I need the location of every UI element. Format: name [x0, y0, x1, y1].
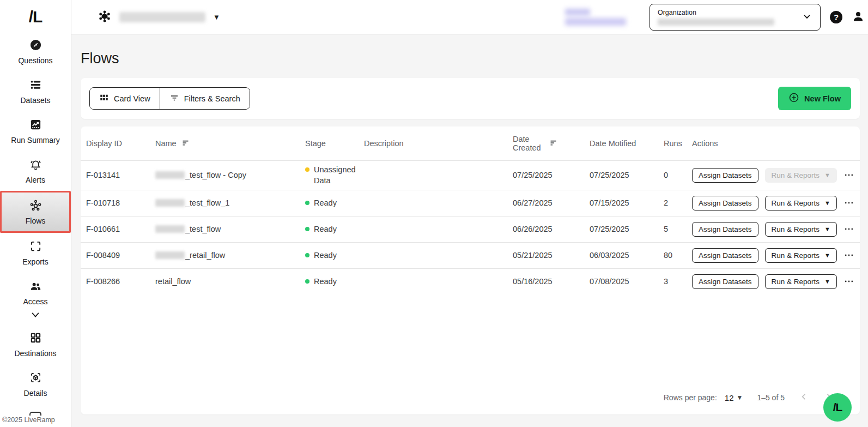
sidebar-item-datasets[interactable]: Datasets — [0, 71, 71, 111]
new-flow-label: New Flow — [804, 94, 841, 103]
blurred-link[interactable] — [565, 9, 626, 26]
blurred-flow-name — [119, 12, 205, 22]
more-actions-icon[interactable] — [843, 224, 854, 234]
sidebar-item-access[interactable]: Access — [0, 273, 71, 312]
col-header-name: Name — [155, 138, 305, 149]
sidebar-item-label: Destinations — [14, 349, 56, 358]
plus-circle-icon — [788, 92, 799, 105]
previous-page-icon[interactable] — [799, 392, 809, 404]
sidebar-item-flows[interactable]: Flows — [0, 191, 71, 233]
col-header-stage: Stage — [305, 139, 364, 148]
card-view-button[interactable]: Card View — [90, 88, 160, 109]
organization-select[interactable]: Organization — [650, 4, 821, 31]
pagination-range: 1–5 of 5 — [757, 393, 785, 402]
more-actions-icon[interactable] — [843, 170, 854, 181]
run-reports-button[interactable]: Run & Reports▼ — [765, 222, 837, 237]
cell-name: retail_flow — [155, 274, 305, 289]
cell-runs: 2 — [664, 195, 692, 211]
access-expand-chevron-icon[interactable] — [30, 310, 41, 324]
user-account-icon[interactable] — [852, 10, 865, 25]
assign-datasets-button[interactable]: Assign Datasets — [692, 222, 758, 237]
cell-stage: Ready — [305, 194, 364, 212]
new-flow-button[interactable]: New Flow — [778, 87, 851, 110]
hub-icon — [29, 199, 42, 214]
run-reports-button[interactable]: Run & Reports▼ — [765, 248, 837, 263]
cell-date-modified: 06/03/2025 — [590, 248, 664, 263]
liveramp-logo: /L — [29, 0, 43, 32]
run-reports-button[interactable]: Run & Reports▼ — [765, 274, 837, 289]
assign-datasets-button[interactable]: Assign Datasets — [692, 274, 758, 289]
table-row[interactable]: F-008409 _retail_flow Ready 05/21/2025 0… — [81, 242, 860, 268]
datasets-icon — [29, 79, 42, 93]
table-row[interactable]: F-010718 _test_flow_1 Ready 06/27/2025 0… — [81, 190, 860, 216]
help-icon[interactable]: ? — [830, 11, 842, 23]
sort-icon[interactable] — [181, 138, 190, 149]
sidebar-item-label: Questions — [18, 56, 52, 65]
sidebar-item-details[interactable]: Details — [0, 364, 71, 404]
cell-description — [364, 252, 513, 258]
blurred-name-prefix — [155, 251, 185, 259]
cell-stage: Ready — [305, 246, 364, 264]
sidebar-item-label: Details — [24, 389, 47, 398]
dropdown-caret-icon: ▼ — [213, 13, 220, 21]
cell-date-modified: 07/15/2025 — [590, 195, 664, 211]
sidebar-item-label: Exports — [22, 257, 48, 266]
flow-context-switcher[interactable]: ▼ — [98, 9, 220, 26]
run-reports-button[interactable]: Run & Reports▼ — [765, 196, 837, 211]
filters-search-button[interactable]: Filters & Search — [160, 88, 250, 109]
more-actions-icon[interactable] — [843, 250, 854, 261]
flow-hub-icon — [98, 9, 112, 26]
dropdown-caret-icon: ▼ — [824, 278, 830, 285]
blurred-name-prefix — [155, 199, 185, 207]
rows-per-page-select[interactable]: 12 ▼ — [725, 393, 743, 402]
sidebar: /L Questions Datasets Run Summary — [0, 0, 71, 427]
stage-dot — [305, 253, 309, 257]
crop-free-icon — [29, 240, 42, 255]
filter-icon — [169, 93, 179, 104]
cell-name: _test_flow — [155, 221, 305, 237]
cell-date-created: 05/21/2025 — [513, 248, 590, 263]
stage-dot — [305, 201, 309, 205]
cell-name: _retail_flow — [155, 248, 305, 263]
organization-label: Organization — [658, 9, 774, 16]
sidebar-item-label: Flows — [26, 216, 46, 225]
sidebar-item-alerts[interactable]: Alerts — [0, 151, 71, 191]
liveramp-fab-button[interactable]: /L — [823, 393, 852, 422]
table-header-row: Display ID Name Stage Description Date C… — [81, 127, 860, 160]
cell-description — [364, 226, 513, 232]
blurred-name-prefix — [155, 171, 185, 179]
flows-table: Display ID Name Stage Description Date C… — [81, 127, 860, 414]
table-row[interactable]: F-008266 retail_flow Ready 05/16/2025 07… — [81, 268, 860, 294]
cell-display-id: F-013141 — [86, 167, 155, 183]
assign-datasets-button[interactable]: Assign Datasets — [692, 248, 758, 263]
sidebar-item-run-summary[interactable]: Run Summary — [0, 111, 71, 151]
cell-display-id: F-010718 — [86, 195, 155, 211]
sidebar-item-label: Access — [23, 297, 47, 306]
filters-search-label: Filters & Search — [184, 94, 240, 103]
cell-stage: Unassigned Data — [305, 161, 364, 190]
table-row[interactable]: F-013141 _test_flow - Copy Unassigned Da… — [81, 160, 860, 190]
sidebar-item-exports[interactable]: Exports — [0, 233, 71, 273]
card-view-grid-icon — [99, 93, 109, 104]
cell-actions: Assign Datasets Run & Reports▼ — [692, 165, 860, 186]
topbar: ▼ Organization ? — [71, 0, 868, 35]
more-actions-icon[interactable] — [843, 197, 854, 208]
cube-icon — [29, 371, 42, 386]
cell-runs: 3 — [664, 274, 692, 289]
cell-name: _test_flow_1 — [155, 195, 305, 211]
copyright-text: ©2025 LiveRamp — [2, 416, 55, 424]
sidebar-item-questions[interactable]: Questions — [0, 32, 71, 71]
table-row[interactable]: F-010661 _test_flow Ready 06/26/2025 07/… — [81, 216, 860, 242]
col-header-description: Description — [364, 139, 513, 148]
assign-datasets-button[interactable]: Assign Datasets — [692, 196, 758, 211]
col-header-runs: Runs — [664, 139, 692, 148]
sort-icon[interactable] — [549, 138, 558, 149]
people-icon — [29, 280, 42, 294]
assign-datasets-button[interactable]: Assign Datasets — [692, 168, 758, 183]
cell-stage: Ready — [305, 273, 364, 290]
bell-icon — [29, 158, 42, 173]
sidebar-item-destinations[interactable]: Destinations — [0, 324, 71, 364]
run-reports-button[interactable]: Run & Reports▼ — [765, 168, 837, 183]
more-actions-icon[interactable] — [843, 276, 854, 287]
cell-actions: Assign Datasets Run & Reports▼ — [692, 271, 860, 292]
